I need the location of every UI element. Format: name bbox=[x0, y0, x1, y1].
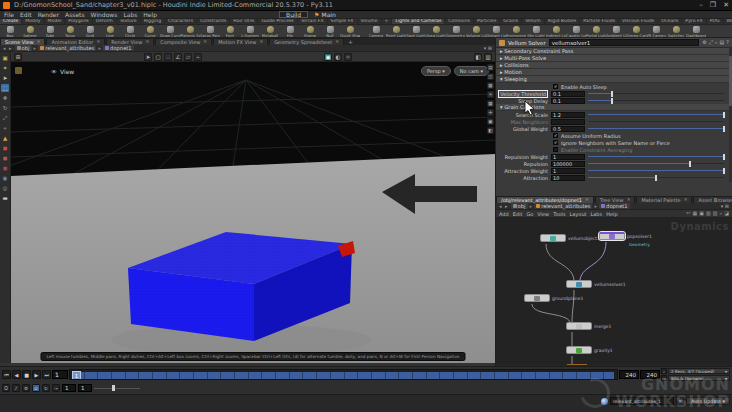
sample-dropdown[interactable]: Bits & (Sample)▾ bbox=[668, 375, 730, 381]
value-field-max-neighbors[interactable] bbox=[551, 119, 585, 125]
menu-help[interactable]: Help bbox=[143, 11, 157, 18]
autokey-button[interactable]: ⭘ bbox=[2, 384, 10, 392]
current-frame-field[interactable]: 1 bbox=[52, 370, 68, 379]
pane-tab-material-palette[interactable]: Material Palette✕ bbox=[636, 196, 692, 203]
net-menu-tools[interactable]: Tools bbox=[553, 211, 565, 217]
node-output1[interactable]: output1 bbox=[566, 364, 608, 365]
shelf-tool-circle[interactable]: Circle bbox=[120, 25, 140, 38]
shelf-tab-hair-utils[interactable]: Hair Utils bbox=[230, 19, 258, 24]
pane-tab-asset-browser[interactable]: Asset Browser✕ bbox=[693, 196, 732, 203]
pane-tab-geometry-spreadsheet[interactable]: Geometry Spreadsheet✕ bbox=[269, 38, 344, 45]
gizmo-icon[interactable]: ✛ bbox=[487, 109, 494, 116]
new-pane-tab-button[interactable]: + bbox=[345, 38, 356, 45]
checkbox-enable-auto-sleep[interactable]: ✓ bbox=[553, 84, 558, 89]
slider-handle[interactable] bbox=[611, 91, 613, 97]
view-layout-icon-0[interactable]: ◧ bbox=[474, 53, 482, 61]
shelf-tool-distant-light[interactable]: Distant Light bbox=[486, 25, 506, 38]
search-icon[interactable]: ⌕ bbox=[715, 39, 718, 46]
breadcrumb-dopnet1[interactable]: dopnet1 bbox=[599, 203, 630, 209]
node-groundplane1[interactable]: groundplane1 bbox=[524, 294, 583, 302]
slider-handle[interactable] bbox=[689, 161, 691, 167]
pane-tab-scene-view[interactable]: Scene View✕ bbox=[0, 38, 45, 45]
shelf-tool-font[interactable]: Font bbox=[220, 25, 240, 38]
node-name-field[interactable]: vellumsolver1 bbox=[549, 39, 700, 46]
shelf-tool-volume-light[interactable]: Volume Light bbox=[466, 25, 486, 38]
snapping-icon[interactable]: ⌁ bbox=[194, 53, 202, 61]
net-menu-view[interactable]: View bbox=[537, 211, 549, 217]
shelf-tab-volume[interactable]: Volume bbox=[358, 19, 382, 24]
prev-frame-button[interactable]: ◀ bbox=[12, 370, 21, 379]
net-menu-help[interactable]: Help bbox=[606, 211, 617, 217]
pane-tab-composite-view[interactable]: Composite View✕ bbox=[155, 38, 212, 45]
loop-mode-button[interactable]: ↻ bbox=[42, 384, 50, 392]
section-collisions[interactable]: ▸ Collisions bbox=[496, 62, 732, 69]
net-toolbar-icon-1[interactable]: ▦ bbox=[693, 210, 698, 217]
breadcrumb-options[interactable]: ▾ ⊞ bbox=[484, 45, 492, 51]
update-mode-dropdown[interactable]: Auto Update ▾ bbox=[686, 397, 730, 405]
menu-assets[interactable]: Assets bbox=[65, 11, 85, 18]
net-toolbar-icon-0[interactable]: ✄ bbox=[686, 210, 690, 217]
shelf-tool-null[interactable]: Null bbox=[320, 25, 340, 38]
shelf-tool-platonic-solids[interactable]: Platonic Solids bbox=[180, 25, 200, 38]
pane-tab-tree-view[interactable]: Tree View✕ bbox=[595, 196, 636, 203]
select-tool-icon[interactable]: ➤ bbox=[1, 74, 9, 82]
rotate-tool-icon[interactable]: ↻ bbox=[1, 104, 9, 112]
select-points-icon[interactable]: ∴ bbox=[164, 53, 172, 61]
breadcrumb-options[interactable]: ▾ ⊞ bbox=[721, 203, 729, 209]
shelf-tab-grains[interactable]: Grains bbox=[500, 19, 522, 24]
section-secondary-constraint-pass[interactable]: ▸ Secondary Constraint Pass bbox=[496, 48, 732, 55]
play-button[interactable]: ▶ bbox=[32, 370, 41, 379]
minimize-button[interactable]: – bbox=[699, 1, 703, 9]
shelf-tab-collisions[interactable]: Collisions bbox=[445, 19, 474, 24]
shelf-tab-polygons[interactable]: Polygons bbox=[65, 19, 92, 24]
timeline-zoom-icon[interactable]: ⌕ bbox=[661, 368, 667, 374]
section-grain-collisions[interactable]: ▾ Grain Collisions bbox=[496, 104, 732, 111]
spreadsheet-icon[interactable]: ▤ bbox=[720, 39, 725, 46]
shelf-tool-area-light[interactable]: Area Light bbox=[426, 25, 446, 38]
playhead[interactable]: 1 bbox=[72, 371, 81, 380]
shelf-tool-tube[interactable]: Tube bbox=[40, 25, 60, 38]
shelf-tab-particle-fluids[interactable]: Particle Fluids bbox=[580, 19, 619, 24]
menu-labs[interactable]: Labs bbox=[123, 11, 137, 18]
cancel-cook-button[interactable]: ✕ bbox=[676, 397, 684, 405]
shelf-tool-sphere[interactable]: Sphere bbox=[20, 25, 40, 38]
shelf-tab-rigid-bodies[interactable]: Rigid Bodies bbox=[545, 19, 580, 24]
value-field-repulsion-weight[interactable]: 1 bbox=[551, 154, 585, 160]
net-menu-edit[interactable]: Edit bbox=[513, 211, 523, 217]
shelf-tool-quick-shapes[interactable]: Quick Shapes bbox=[340, 25, 360, 38]
section-multi-pass-solve[interactable]: ▸ Multi-Pass Solve bbox=[496, 55, 732, 62]
close-button[interactable]: ✕ bbox=[723, 1, 729, 9]
shelf-tool-indirect-light[interactable]: Indirect Light bbox=[546, 25, 566, 38]
value-field-attraction[interactable]: 10 bbox=[551, 175, 585, 181]
net-toolbar-icon-2[interactable]: ▣ bbox=[699, 210, 704, 217]
shelf-tool-dashboard-camera[interactable]: Dashboard Camera bbox=[686, 25, 706, 38]
net-menu-go[interactable]: Go bbox=[526, 211, 533, 217]
shelf-tool-point-light[interactable]: Point Light bbox=[386, 25, 406, 38]
shelf-tool-curve[interactable]: Curve bbox=[140, 25, 160, 38]
net-toolbar-icon-4[interactable]: ▨ bbox=[713, 210, 718, 217]
shelf-tool-camera[interactable]: Camera bbox=[366, 25, 386, 38]
shelf-tab-pyro-fx[interactable]: Pyro FX bbox=[682, 19, 706, 24]
menu-render[interactable]: Render bbox=[38, 11, 59, 18]
net-menu-add[interactable]: Add bbox=[499, 211, 509, 217]
node-body[interactable] bbox=[599, 232, 625, 240]
shelf-tab-viscous-fluids[interactable]: Viscous Fluids bbox=[619, 19, 658, 24]
shelf-tool-draw-curve[interactable]: Draw Curve bbox=[160, 25, 180, 38]
scale-tool-icon[interactable]: ⤢ bbox=[1, 114, 9, 122]
shelf-tool-stamp[interactable]: Stamp bbox=[300, 25, 320, 38]
jump-end-button[interactable]: ⏭ bbox=[42, 370, 51, 379]
breadcrumb-obj[interactable]: obj bbox=[511, 203, 528, 209]
move-tool-icon[interactable]: ✥ bbox=[1, 94, 9, 102]
shelf-tool-l-system[interactable]: L-System bbox=[240, 25, 260, 38]
shelf-tab-oceans[interactable]: Oceans bbox=[658, 19, 682, 24]
checkbox-ignore-neighbors-with-same-name-or-piece[interactable]: ✓ bbox=[553, 140, 558, 145]
value-field-velocity-threshold[interactable]: 0.1 bbox=[551, 91, 585, 97]
shelf-tool-line[interactable]: Line bbox=[100, 25, 120, 38]
shelf-tab-rigging[interactable]: Rigging bbox=[141, 19, 165, 24]
paint-state-icon[interactable]: ◼ bbox=[1, 144, 9, 152]
breadcrumb-dopnet1[interactable]: dopnet1 bbox=[103, 45, 134, 51]
snapshot-icon[interactable]: ▣ bbox=[487, 118, 494, 125]
value-field-search-scale[interactable]: 1.2 bbox=[551, 112, 585, 118]
slider-handle[interactable] bbox=[723, 168, 725, 174]
node-body[interactable] bbox=[540, 234, 566, 242]
